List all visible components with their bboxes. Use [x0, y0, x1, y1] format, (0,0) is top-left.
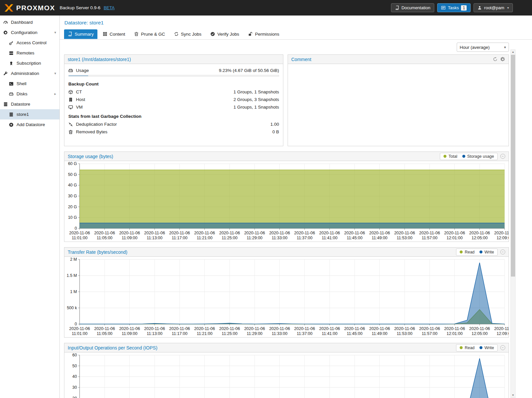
tab-sync-jobs[interactable]: Sync Jobs [170, 29, 205, 39]
svg-text:60: 60 [72, 353, 77, 357]
legend-item-write[interactable]: Write [479, 346, 494, 350]
sidebar-item-access-control[interactable]: Access Control [0, 38, 59, 48]
svg-text:11:13:00: 11:13:00 [147, 331, 162, 336]
scrollbar-down-arrow[interactable]: ▼ [511, 393, 515, 398]
gear-icon[interactable] [500, 57, 505, 62]
legend-label: Read [465, 346, 475, 350]
svg-text:11:57:00: 11:57:00 [422, 236, 438, 240]
panel-header: store1 (/mnt/datastores/store1) [64, 55, 283, 64]
svg-text:2020-11-06: 2020-11-06 [269, 231, 290, 235]
building-icon [68, 97, 73, 102]
legend-item-read[interactable]: Read [460, 250, 475, 254]
svg-text:11:49:00: 11:49:00 [372, 236, 388, 240]
sidebar-item-remotes[interactable]: Remotes [0, 48, 59, 58]
user-menu-button[interactable]: root@pam ▾ [474, 3, 513, 12]
svg-text:2020-11-06: 2020-11-06 [369, 326, 390, 331]
collapse-icon[interactable]: − [500, 154, 505, 159]
backup-count-row-host: Host 2 Groups, 3 Snapshots [64, 96, 283, 103]
svg-text:2020-11-06: 2020-11-06 [319, 231, 340, 235]
refresh-icon[interactable] [493, 57, 498, 62]
svg-text:12:05:00: 12:05:00 [472, 331, 488, 336]
svg-text:30 G: 30 G [68, 194, 77, 198]
comment-body[interactable] [288, 64, 509, 146]
sidebar-item-shell[interactable]: Shell [0, 79, 59, 89]
tab-verify-jobs[interactable]: Verify Jobs [207, 29, 243, 39]
svg-text:2020-11-06: 2020-11-06 [344, 326, 365, 331]
scrollbar-thumb[interactable] [511, 55, 515, 277]
svg-text:2020-11-06: 2020-11-06 [119, 231, 140, 235]
sidebar-item-label: Dashboard [11, 20, 33, 25]
svg-text:2020-11-06: 2020-11-06 [194, 326, 215, 331]
sidebar-item-label: Add Datastore [17, 122, 45, 127]
svg-text:11:33:00: 11:33:00 [272, 236, 288, 240]
timeframe-value: Hour (average) [460, 45, 490, 50]
legend-item-storage-usage[interactable]: Storage usage [462, 154, 494, 159]
legend-label: Storage usage [467, 154, 494, 159]
panel-header: Comment [288, 55, 509, 64]
user-icon [478, 6, 482, 10]
chart-legend: ReadWrite [456, 249, 498, 256]
scrollbar[interactable]: ▲ ▼ [511, 50, 515, 398]
tab-prune-gc[interactable]: Prune & GC [130, 29, 169, 39]
svg-text:11:45:00: 11:45:00 [347, 331, 363, 336]
tab-label: Summary [75, 32, 94, 37]
legend-dot [443, 155, 446, 158]
sidebar-item-disks[interactable]: Disks ▸ [0, 89, 59, 99]
row-label: CT [76, 89, 82, 94]
tab-content[interactable]: Content [99, 29, 129, 39]
monitor-icon [68, 105, 73, 110]
topbar-actions: Documentation Tasks 1 root@pam ▾ [391, 3, 513, 12]
tab-summary[interactable]: Summary [64, 29, 97, 39]
svg-text:2020-11-06: 2020-11-06 [269, 326, 290, 331]
sidebar-item-subscription[interactable]: Subscription [0, 58, 59, 68]
legend-label: Write [484, 346, 494, 350]
legend-item-read[interactable]: Read [460, 346, 475, 350]
row-value: 1 Groups, 1 Snapshots [233, 89, 279, 94]
legend-item-total[interactable]: Total [443, 154, 457, 159]
compress-icon [68, 122, 73, 127]
gc-row-dedup: Deduplication Factor 1.00 [64, 120, 283, 128]
svg-text:50: 50 [72, 364, 77, 368]
svg-text:2020-11-06: 2020-11-06 [244, 326, 265, 331]
chart-legend: TotalStorage usage [440, 153, 498, 160]
proxmox-logo-icon [4, 3, 14, 13]
svg-text:11:25:00: 11:25:00 [222, 331, 237, 336]
sidebar-item-dashboard[interactable]: Dashboard [0, 17, 59, 27]
chart-title: Storage usage (bytes) [68, 154, 113, 159]
sidebar-item-datastore[interactable]: Datastore [0, 99, 59, 109]
sync-icon [174, 32, 179, 36]
row-label: Removed Bytes [76, 129, 107, 134]
sidebar-item-add-datastore[interactable]: Add Datastore [0, 119, 59, 130]
timeframe-select[interactable]: Hour (average) ▾ [457, 43, 509, 52]
svg-text:10 G: 10 G [68, 215, 77, 220]
proxmox-logo: PROXMOX [4, 3, 55, 13]
tab-permissions[interactable]: Permissions [244, 29, 283, 39]
svg-text:0: 0 [75, 226, 77, 231]
product-version: Backup Server 0.9-6 [60, 5, 100, 10]
sidebar-item-administration[interactable]: Administration ▾ [0, 68, 59, 79]
user-label: root@pam [484, 5, 504, 10]
tab-label: Prune & GC [141, 32, 165, 37]
beta-link[interactable]: BETA [104, 5, 115, 10]
collapse-icon[interactable]: − [500, 249, 505, 254]
legend-item-write[interactable]: Write [479, 250, 494, 254]
legend-dot [460, 346, 463, 349]
svg-text:11:37:00: 11:37:00 [297, 331, 312, 336]
scrollbar-up-arrow[interactable]: ▲ [511, 50, 515, 54]
tasks-button[interactable]: Tasks 1 [437, 3, 471, 12]
tab-label: Content [110, 32, 125, 37]
usage-label: Usage [76, 68, 89, 73]
documentation-button[interactable]: Documentation [391, 3, 434, 12]
sidebar-item-store1[interactable]: store1 [0, 109, 59, 119]
svg-text:2 M: 2 M [70, 257, 77, 262]
svg-text:11:53:00: 11:53:00 [397, 331, 412, 336]
sidebar-item-configuration[interactable]: Configuration ▾ [0, 27, 59, 38]
chevron-right-icon: ▸ [54, 92, 56, 96]
svg-text:2020-11-06: 2020-11-06 [144, 231, 165, 235]
collapse-icon[interactable]: − [500, 345, 505, 350]
legend-label: Total [448, 154, 457, 159]
iops-chart: 01020304050602020-11-0611:01:002020-11-0… [64, 352, 509, 398]
svg-text:11:01:00: 11:01:00 [72, 331, 88, 336]
svg-text:2020-11-06: 2020-11-06 [119, 326, 140, 331]
chart-title: Transfer Rate (bytes/second) [68, 249, 127, 255]
